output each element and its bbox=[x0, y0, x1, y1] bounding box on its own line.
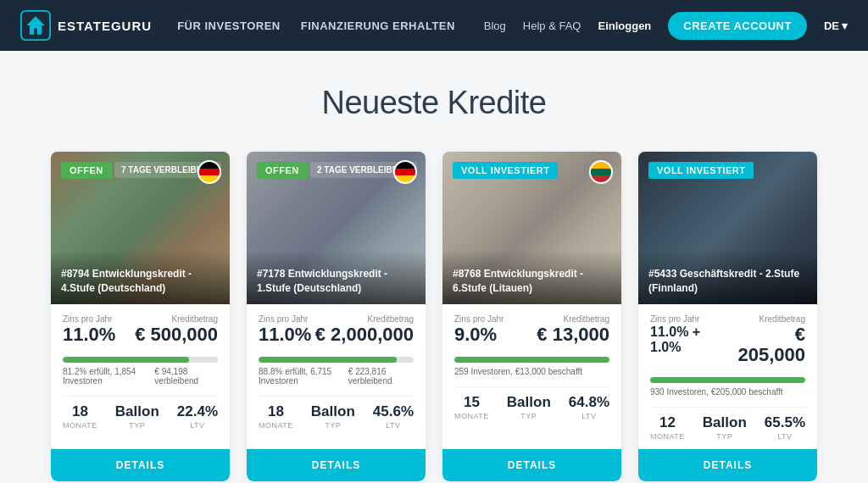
progress-fill bbox=[259, 357, 397, 363]
monate-label: MONATE bbox=[259, 421, 293, 430]
loan-card: VOLL INVESTIERT #8768 Entwicklungskredit… bbox=[442, 152, 621, 481]
ltv-stat: 45.6% LTV bbox=[373, 403, 414, 430]
status-badge: OFFEN bbox=[61, 162, 112, 179]
monate-value: 18 bbox=[268, 403, 284, 420]
remaining-text: € 223,816 verbleibend bbox=[348, 367, 414, 386]
loan-card: OFFEN 2 TAGE VERBLEIBEND #7178 Entwicklu… bbox=[247, 152, 426, 481]
kredit-group: Kreditbetrag € 2,000,000 bbox=[315, 314, 414, 345]
logo-text: ESTATEGURU bbox=[58, 19, 152, 33]
flag-icon bbox=[393, 160, 417, 184]
ltv-label: LTV bbox=[777, 432, 792, 441]
zins-group: Zins pro Jahr 9.0% bbox=[454, 314, 504, 345]
typ-value: Ballon bbox=[507, 394, 551, 411]
loan-card: VOLL INVESTIERT #5433 Geschäftskredit - … bbox=[638, 152, 817, 481]
card-title: #8794 Entwicklungskredit - 4.Stufe (Deut… bbox=[51, 250, 230, 304]
logo[interactable]: ESTATEGURU bbox=[20, 10, 152, 41]
monate-value: 12 bbox=[659, 414, 676, 431]
card-body: Zins pro Jahr 11.0% Kreditbetrag € 2,000… bbox=[247, 304, 426, 449]
zins-group: Zins pro Jahr 11.0% + 1.0% bbox=[650, 314, 729, 365]
progress-bar bbox=[454, 357, 609, 363]
typ-value: Ballon bbox=[311, 403, 355, 420]
details-button[interactable]: DETAILS bbox=[638, 449, 817, 481]
monate-label: MONATE bbox=[454, 412, 489, 420]
monate-value: 15 bbox=[464, 394, 480, 411]
status-badge: VOLL INVESTIERT bbox=[648, 162, 754, 179]
zins-label: Zins pro Jahr bbox=[63, 314, 115, 324]
typ-stat: Ballon TYP bbox=[311, 403, 355, 430]
progress-text: 930 Investoren, €205,000 beschafft bbox=[650, 387, 783, 397]
card-image-wrapper: VOLL INVESTIERT #5433 Geschäftskredit - … bbox=[638, 152, 817, 304]
ltv-value: 45.6% bbox=[373, 403, 414, 420]
page-title: Neueste Kredite bbox=[51, 85, 817, 121]
zins-value: 11.0% bbox=[259, 325, 311, 345]
zins-group: Zins pro Jahr 11.0% bbox=[63, 314, 115, 345]
zins-group: Zins pro Jahr 11.0% bbox=[259, 314, 311, 345]
nav-blog[interactable]: Blog bbox=[484, 19, 506, 32]
language-selector[interactable]: DE ▾ bbox=[824, 19, 848, 32]
ltv-value: 64.8% bbox=[569, 394, 609, 411]
kredit-group: Kreditbetrag € 500,000 bbox=[135, 314, 218, 345]
kredit-group: Kreditbetrag € 13,000 bbox=[537, 314, 609, 345]
loan-card: OFFEN 7 TAGE VERBLEIBEND #8794 Entwicklu… bbox=[51, 152, 230, 481]
typ-label: TYP bbox=[129, 421, 145, 430]
kredit-label: Kreditbetrag bbox=[729, 314, 805, 324]
bottom-stats: 12 MONATE Ballon TYP 65.5% LTV bbox=[650, 407, 805, 449]
kredit-label: Kreditbetrag bbox=[135, 314, 218, 324]
monate-label: MONATE bbox=[63, 421, 97, 430]
nav-investors[interactable]: FÜR INVESTOREN bbox=[177, 19, 281, 32]
progress-info: 88.8% erfüllt, 6,715 Investoren € 223,81… bbox=[259, 367, 414, 386]
typ-stat: Ballon TYP bbox=[703, 414, 747, 441]
typ-label: TYP bbox=[520, 412, 537, 420]
ltv-stat: 65.5% LTV bbox=[765, 414, 805, 441]
details-button[interactable]: DETAILS bbox=[247, 449, 426, 481]
monate-stat: 15 MONATE bbox=[454, 394, 489, 420]
stats-row: Zins pro Jahr 9.0% Kreditbetrag € 13,000 bbox=[454, 314, 609, 345]
ltv-stat: 64.8% LTV bbox=[569, 394, 609, 420]
card-title: #5433 Geschäftskredit - 2.Stufe (Finnlan… bbox=[638, 250, 817, 304]
zins-value: 9.0% bbox=[454, 325, 504, 345]
kredit-group: Kreditbetrag € 205,000 bbox=[729, 314, 805, 365]
ltv-label: LTV bbox=[190, 421, 204, 430]
zins-value: 11.0% + 1.0% bbox=[650, 325, 729, 354]
progress-text: 88.8% erfüllt, 6,715 Investoren bbox=[259, 367, 348, 386]
progress-info: 81.2% erfüllt, 1,854 Investoren € 94,198… bbox=[63, 367, 218, 386]
kredit-label: Kreditbetrag bbox=[537, 314, 609, 324]
navbar: ESTATEGURU FÜR INVESTOREN FINANZIERUNG E… bbox=[0, 0, 868, 51]
status-badge: VOLL INVESTIERT bbox=[453, 162, 558, 179]
stats-row: Zins pro Jahr 11.0% Kreditbetrag € 500,0… bbox=[63, 314, 218, 345]
progress-info: 930 Investoren, €205,000 beschafft bbox=[650, 387, 805, 397]
kredit-value: € 205,000 bbox=[729, 325, 805, 365]
details-button[interactable]: DETAILS bbox=[442, 449, 621, 481]
monate-value: 18 bbox=[72, 403, 88, 420]
kredit-value: € 500,000 bbox=[135, 325, 218, 345]
zins-label: Zins pro Jahr bbox=[259, 314, 311, 324]
typ-value: Ballon bbox=[115, 403, 159, 420]
ltv-label: LTV bbox=[581, 412, 596, 420]
progress-text: 259 Investoren, €13,000 beschafft bbox=[454, 367, 582, 376]
kredit-value: € 2,000,000 bbox=[315, 325, 414, 345]
zins-label: Zins pro Jahr bbox=[650, 314, 729, 324]
progress-fill bbox=[63, 357, 189, 363]
monate-stat: 18 MONATE bbox=[259, 403, 293, 430]
nav-help[interactable]: Help & FAQ bbox=[523, 19, 581, 32]
details-button[interactable]: DETAILS bbox=[51, 449, 230, 481]
typ-value: Ballon bbox=[703, 414, 747, 431]
nav-right: Blog Help & FAQ Einloggen CREATE ACCOUNT… bbox=[484, 12, 848, 40]
typ-stat: Ballon TYP bbox=[115, 403, 159, 430]
progress-info: 259 Investoren, €13,000 beschafft bbox=[454, 367, 609, 376]
main-content: Neueste Kredite OFFEN 7 TAGE VERBLEIBEND… bbox=[0, 51, 868, 483]
typ-stat: Ballon TYP bbox=[507, 394, 551, 420]
nav-einloggen[interactable]: Einloggen bbox=[598, 19, 651, 32]
progress-fill bbox=[454, 357, 609, 363]
create-account-button[interactable]: CREATE ACCOUNT bbox=[668, 12, 807, 40]
card-body: Zins pro Jahr 11.0% Kreditbetrag € 500,0… bbox=[51, 304, 230, 449]
bottom-stats: 18 MONATE Ballon TYP 45.6% LTV bbox=[259, 396, 414, 438]
card-title: #7178 Entwicklungskredit - 1.Stufe (Deut… bbox=[247, 250, 426, 304]
card-image-wrapper: VOLL INVESTIERT #8768 Entwicklungskredit… bbox=[442, 152, 621, 304]
card-image-wrapper: OFFEN 7 TAGE VERBLEIBEND #8794 Entwicklu… bbox=[51, 152, 230, 304]
monate-stat: 12 MONATE bbox=[650, 414, 685, 441]
nav-financing[interactable]: FINANZIERUNG ERHALTEN bbox=[301, 19, 455, 32]
remaining-text: € 94,198 verbleibend bbox=[154, 367, 218, 386]
nav-links: FÜR INVESTOREN FINANZIERUNG ERHALTEN bbox=[177, 19, 484, 32]
kredit-label: Kreditbetrag bbox=[315, 314, 414, 324]
